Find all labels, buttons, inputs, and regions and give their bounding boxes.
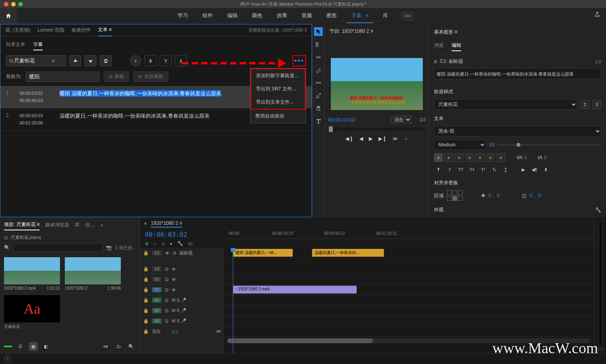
selection-tool[interactable] (314, 27, 323, 36)
program-monitor[interactable]: 暖阳 温暖的夏日,一杯香浓的咖啡, 一份美味的冰淇淋,青春就是这么甜美 (331, 58, 423, 110)
kerning-value[interactable]: 0 (524, 155, 527, 160)
subscript-icon[interactable]: T₁ (490, 165, 499, 174)
track-head-mix[interactable]: 🔒混合 0.0⋈ (140, 326, 224, 337)
caption-clip[interactable]: 温暖的夏日,一杯香浓的... (312, 249, 384, 257)
pos-x[interactable]: 0 , (488, 193, 494, 198)
cc-status-icon[interactable]: © (4, 355, 11, 362)
cc-icon[interactable]: cc (188, 241, 193, 246)
tab-effect-controls[interactable]: 效果控件 (72, 24, 91, 36)
align-justify-last-right-icon[interactable]: ≡ (496, 153, 505, 162)
type-tool[interactable] (314, 117, 323, 126)
hand-tool[interactable] (314, 104, 323, 113)
tab-graphics[interactable]: 图形 (322, 9, 342, 23)
align-zone-grid[interactable] (447, 190, 463, 201)
link-icon[interactable]: ⎋ (162, 241, 165, 246)
tab-audio[interactable]: 音频 (297, 9, 317, 23)
marker-icon[interactable]: ● (170, 241, 172, 246)
merge-up-button[interactable] (160, 55, 172, 66)
step-fwd-icon[interactable]: ▶❙ (378, 136, 387, 143)
next-match-button[interactable] (84, 55, 96, 66)
menu-disable-autoscroll[interactable]: 禁用自动滚动 (250, 110, 306, 123)
project-item[interactable]: Aa 尺素衔花 (4, 295, 60, 330)
pen-tool[interactable] (314, 91, 323, 100)
tab-project[interactable]: 项目: 尺素衔花 ≡ (4, 220, 40, 230)
align-justify-icon[interactable]: ≡ (465, 153, 474, 162)
subtab-captions[interactable]: 字幕 (33, 40, 43, 50)
layer-text-input[interactable]: 暖阳 温暖的夏日,一杯香浓的咖啡,一份美味的冰淇淋,青春就是这么甜美 (434, 68, 601, 79)
anc-x[interactable]: 0 , (530, 193, 535, 198)
search-input[interactable] (14, 58, 50, 64)
tab-learn[interactable]: 学习 (173, 9, 193, 23)
track-head-a1[interactable]: 🔒A1⊡ M S 🎤 (140, 295, 224, 306)
project-item[interactable]: 1920*1080 21:30:06 (65, 257, 121, 290)
share-icon[interactable] (594, 11, 600, 19)
more-transport-icon[interactable]: ≫ (392, 136, 398, 143)
zoom-select[interactable]: 适合 (391, 116, 412, 124)
track-head-v1[interactable]: 🔒V1⊡👁 (140, 285, 224, 295)
tab-source[interactable]: 源: (无剪辑) (5, 24, 30, 36)
step-back-icon[interactable]: ◀ (359, 136, 363, 143)
label-color-icon[interactable] (4, 346, 12, 347)
timeline-ruler[interactable]: :00:00 00:00:29:23 00:00:59:22 00:01:29:… (224, 230, 594, 239)
tab-info[interactable]: 信… (85, 220, 95, 230)
vertical-icon[interactable]: ⬍ (541, 165, 550, 174)
project-search[interactable] (13, 244, 103, 252)
tab-text[interactable]: 文本 ≡ (98, 24, 112, 36)
tab-media-browser[interactable]: 媒体浏览器 (45, 220, 69, 230)
sequence-tab[interactable]: 1920*1080 2 ≡ (151, 220, 182, 228)
tab-audio-mixer[interactable]: 音频剪辑混合器: 1920*1080 2 (248, 27, 307, 33)
project-item[interactable]: 1920*1080 2.mp41:01:21 (4, 257, 60, 290)
timeline-tracks[interactable]: 暖阳 温暖的夏日,一杯...温暖的夏日,一杯香浓的... ▫ 1920*1080… (224, 248, 594, 353)
refresh-button[interactable] (100, 55, 112, 66)
menu-add-to-track[interactable]: 添加到新字幕轨道... (251, 69, 305, 82)
download-style-icon[interactable]: ↧ (592, 100, 601, 109)
mark-in-icon[interactable]: ◀❙ (345, 136, 354, 143)
zoom-icon[interactable]: 🔍 (127, 342, 136, 351)
magnet-icon[interactable]: ∩ (154, 241, 157, 246)
egp-tab-edit[interactable]: 编辑 (452, 40, 461, 51)
tab-overflow[interactable]: » (100, 221, 103, 230)
timeline-scrollbar[interactable] (227, 338, 591, 343)
track-head-a2[interactable]: 🔒A2⊡ M S 🎤 (140, 306, 224, 316)
align-justify-last-center-icon[interactable]: ≡ (486, 153, 495, 162)
align-center-icon[interactable]: ≡ (444, 153, 453, 162)
workspace-overflow[interactable]: >> (401, 12, 414, 20)
font-select[interactable]: 黑体-简 (434, 126, 601, 136)
tracking-value[interactable]: 0 (544, 155, 547, 160)
rtl-icon[interactable]: ◀¶ (530, 165, 539, 174)
new-bin-icon[interactable]: 🗀 (114, 342, 123, 351)
ltr-icon[interactable]: ▶ (519, 165, 528, 174)
track-head-v3[interactable]: 🔒V3⊡👁 (140, 264, 224, 274)
merge-down-button[interactable] (175, 55, 187, 66)
tab-editing[interactable]: 编辑 (222, 9, 242, 23)
align-justify-last-left-icon[interactable]: ≡ (476, 153, 484, 162)
minimize-window[interactable] (11, 2, 16, 6)
tab-effects[interactable]: 效果 (272, 9, 292, 23)
snap-icon[interactable]: ※ (145, 241, 149, 246)
superscript-icon[interactable]: T¹ (479, 165, 488, 174)
pos-y[interactable]: 0 (497, 193, 500, 198)
font-size[interactable]: 93 (489, 142, 494, 148)
track-head-a3[interactable]: 🔒A3⊡ M S 🎤 (140, 316, 224, 326)
list-view-icon[interactable]: ☰ (16, 342, 25, 351)
underline-icon[interactable]: T (501, 165, 510, 174)
playhead[interactable] (233, 248, 233, 353)
align-left-icon[interactable]: ≡ (434, 153, 443, 162)
menu-export-txt[interactable]: 导出到文本文件... (251, 96, 305, 109)
track-select-tool[interactable] (314, 40, 323, 49)
ripple-tool[interactable] (314, 53, 323, 62)
razor-tool[interactable] (314, 66, 323, 74)
slip-tool[interactable] (314, 78, 323, 87)
prev-match-button[interactable] (69, 55, 81, 66)
weight-select[interactable]: Medium (434, 140, 486, 150)
sort-icon[interactable]: ≡▾ (101, 342, 110, 351)
tab-lib[interactable]: 库 (75, 220, 80, 230)
home-button[interactable] (0, 8, 17, 24)
anc-y[interactable]: 0 (538, 193, 541, 198)
tab-assembly[interactable]: 组件 (198, 9, 218, 23)
add-marker-icon[interactable]: ＋ (404, 136, 409, 143)
split-caption-button[interactable] (144, 55, 156, 66)
tab-color[interactable]: 颜色 (247, 9, 267, 23)
resolution-frac[interactable]: 1/2 (420, 117, 426, 122)
close-window[interactable] (4, 2, 8, 6)
